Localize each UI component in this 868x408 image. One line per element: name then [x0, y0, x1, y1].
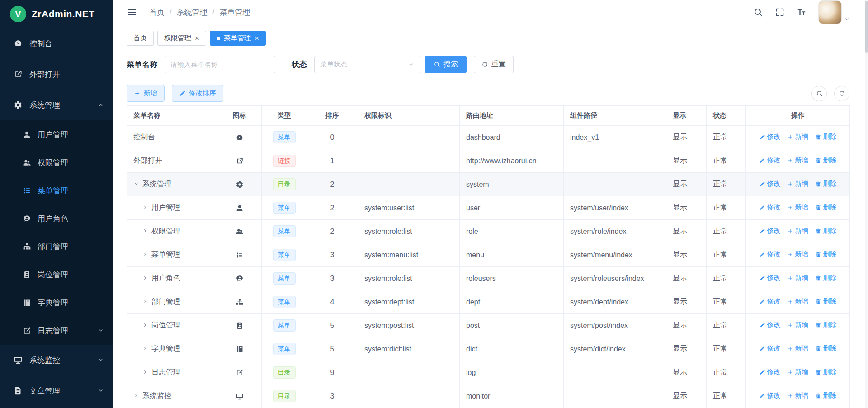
type-tag: 目录	[273, 390, 296, 403]
edit-link[interactable]: 修改	[759, 227, 781, 235]
add-button[interactable]: 新增	[127, 85, 165, 102]
sidebar-item-gear[interactable]: 系统管理	[0, 90, 113, 120]
edit-link[interactable]: 修改	[759, 156, 781, 165]
sidebar-item-dashboard[interactable]: 控制台	[0, 28, 113, 59]
table-search-button[interactable]	[811, 86, 827, 101]
row-collapse-caret[interactable]	[133, 181, 139, 187]
breadcrumb-item[interactable]: 首页	[149, 7, 165, 18]
tab-menu[interactable]: 菜单管理×	[210, 31, 266, 46]
row-expand-caret[interactable]	[142, 204, 148, 210]
delete-link[interactable]: 删除	[815, 203, 837, 212]
sidebar-item-dept-tree[interactable]: 部门管理	[0, 232, 113, 261]
font-size-icon[interactable]	[797, 7, 807, 17]
table-refresh-button[interactable]	[834, 86, 849, 101]
add-link[interactable]: 新增	[787, 133, 809, 141]
sidebar-item-users[interactable]: 权限管理	[0, 148, 113, 176]
perm-cell: system:role:list	[358, 220, 460, 243]
add-link[interactable]: 新增	[787, 227, 809, 235]
menu-list-icon	[23, 186, 31, 195]
row-expand-caret[interactable]	[142, 322, 148, 328]
delete-link[interactable]: 删除	[815, 227, 837, 235]
search-icon[interactable]	[753, 7, 763, 17]
delete-link[interactable]: 删除	[815, 368, 837, 376]
menu-name-input[interactable]	[165, 56, 275, 73]
delete-link[interactable]: 删除	[815, 274, 837, 282]
close-icon[interactable]: ×	[195, 34, 199, 42]
post-badge-icon	[23, 270, 31, 279]
edit-link[interactable]: 修改	[759, 297, 781, 306]
add-link[interactable]: 新增	[787, 368, 809, 376]
sidebar-item-dictionary[interactable]: 字典管理	[0, 289, 113, 317]
edit-link[interactable]: 修改	[759, 133, 781, 141]
chevron-right-icon	[142, 204, 148, 210]
add-link[interactable]: 新增	[787, 180, 809, 188]
edit-link[interactable]: 修改	[759, 274, 781, 282]
delete-link[interactable]: 删除	[815, 250, 837, 259]
dept-tree-icon	[23, 242, 31, 251]
row-expand-caret[interactable]	[142, 275, 148, 281]
caret-down-icon[interactable]	[844, 16, 850, 23]
status-select[interactable]: 菜单状态	[314, 56, 420, 73]
add-link[interactable]: 新增	[787, 274, 809, 282]
add-link[interactable]: 新增	[787, 203, 809, 212]
chevron-right-icon	[142, 228, 148, 234]
sidebar-item-user-role[interactable]: 用户角色	[0, 204, 113, 232]
edit-link[interactable]: 修改	[759, 180, 781, 188]
sidebar-item-external-link[interactable]: 外部打开	[0, 59, 113, 90]
user-avatar[interactable]	[818, 0, 842, 24]
breadcrumb-item[interactable]: 系统管理	[177, 7, 208, 18]
row-expand-caret[interactable]	[142, 299, 148, 304]
edit-link[interactable]: 修改	[759, 321, 781, 329]
fullscreen-icon[interactable]	[775, 7, 785, 17]
logo[interactable]: V ZrAdmin.NET	[0, 0, 113, 28]
edit-link[interactable]: 修改	[759, 344, 781, 353]
delete-link[interactable]: 删除	[815, 133, 837, 141]
delete-link[interactable]: 删除	[815, 344, 837, 353]
refresh-icon	[481, 61, 488, 68]
add-link[interactable]: 新增	[787, 250, 809, 259]
tab-home[interactable]: 首页	[127, 31, 154, 46]
edit-link[interactable]: 修改	[759, 368, 781, 376]
edit-link[interactable]: 修改	[759, 250, 781, 259]
sidebar-item-log-edit[interactable]: 日志管理	[0, 317, 113, 345]
row-expand-caret[interactable]	[142, 251, 148, 257]
close-icon[interactable]: ×	[255, 34, 259, 42]
row-expand-caret[interactable]	[142, 346, 148, 351]
sidebar-item-menu-list[interactable]: 菜单管理	[0, 176, 113, 204]
row-expand-caret[interactable]	[142, 369, 148, 375]
add-link[interactable]: 新增	[787, 297, 809, 306]
edit-icon	[759, 228, 765, 234]
reset-button[interactable]: 重置	[474, 56, 514, 73]
sidebar-item-post-badge[interactable]: 岗位管理	[0, 261, 113, 289]
delete-link[interactable]: 删除	[815, 391, 837, 400]
sidebar-item-label: 外部打开	[29, 69, 60, 80]
add-link[interactable]: 新增	[787, 344, 809, 353]
search-button[interactable]: 搜索	[425, 56, 467, 73]
edit-link[interactable]: 修改	[759, 203, 781, 212]
row-expand-caret[interactable]	[142, 228, 148, 234]
scrollbar-thumb[interactable]	[865, 1, 868, 53]
add-link[interactable]: 新增	[787, 391, 809, 400]
sidebar-collapse-button[interactable]	[127, 7, 137, 18]
add-link[interactable]: 新增	[787, 156, 809, 165]
breadcrumb-item[interactable]: 菜单管理	[219, 7, 250, 18]
sidebar-item-monitor[interactable]: 系统监控	[0, 345, 113, 375]
delete-link[interactable]: 删除	[815, 156, 837, 165]
chevron-right-icon	[142, 275, 148, 281]
delete-link[interactable]: 删除	[815, 297, 837, 306]
modify-sort-button[interactable]: 修改排序	[172, 85, 223, 102]
add-link[interactable]: 新增	[787, 321, 809, 329]
sidebar-item-user[interactable]: 用户管理	[0, 120, 113, 148]
edit-link[interactable]: 修改	[759, 391, 781, 400]
sidebar-item-article[interactable]: 文章管理	[0, 375, 113, 406]
delete-link[interactable]: 删除	[815, 321, 837, 329]
post-badge-icon	[236, 322, 244, 330]
plus-icon	[787, 251, 793, 258]
route-cell: monitor	[460, 384, 564, 408]
tab-role[interactable]: 权限管理×	[157, 31, 206, 46]
sidebar-item-label: 权限管理	[38, 157, 68, 168]
delete-link[interactable]: 删除	[815, 180, 837, 188]
row-expand-caret[interactable]	[133, 393, 139, 399]
column-header: 操作	[746, 106, 850, 126]
page-scrollbar[interactable]	[865, 0, 868, 408]
